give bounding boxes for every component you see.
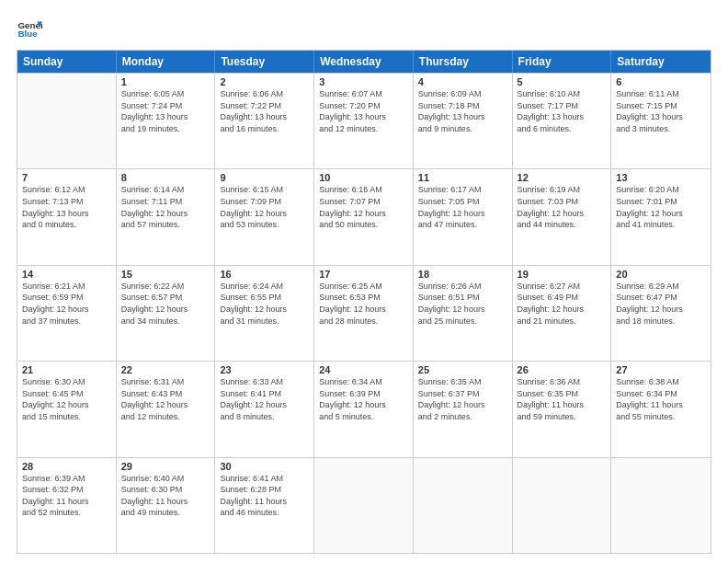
day-cell: 16Sunrise: 6:24 AM Sunset: 6:55 PM Dayli… xyxy=(215,266,314,361)
day-number: 24 xyxy=(319,364,408,375)
day-info: Sunrise: 6:12 AM Sunset: 7:13 PM Dayligh… xyxy=(22,184,111,230)
day-cell: 28Sunrise: 6:39 AM Sunset: 6:32 PM Dayli… xyxy=(17,458,117,553)
day-number: 21 xyxy=(22,364,111,375)
day-number: 30 xyxy=(220,461,309,472)
day-number: 1 xyxy=(121,76,210,87)
day-info: Sunrise: 6:38 AM Sunset: 6:34 PM Dayligh… xyxy=(616,376,706,422)
day-number: 11 xyxy=(418,172,507,183)
logo: General Blue xyxy=(17,17,46,42)
day-info: Sunrise: 6:11 AM Sunset: 7:15 PM Dayligh… xyxy=(616,88,706,134)
day-info: Sunrise: 6:24 AM Sunset: 6:55 PM Dayligh… xyxy=(220,281,309,327)
day-cell: 20Sunrise: 6:29 AM Sunset: 6:47 PM Dayli… xyxy=(611,266,711,361)
day-number: 4 xyxy=(418,76,507,87)
day-info: Sunrise: 6:22 AM Sunset: 6:57 PM Dayligh… xyxy=(121,281,210,327)
week-row-0: 1Sunrise: 6:05 AM Sunset: 7:24 PM Daylig… xyxy=(17,73,711,168)
day-cell: 29Sunrise: 6:40 AM Sunset: 6:30 PM Dayli… xyxy=(117,458,216,553)
day-info: Sunrise: 6:40 AM Sunset: 6:30 PM Dayligh… xyxy=(121,473,210,519)
day-info: Sunrise: 6:33 AM Sunset: 6:41 PM Dayligh… xyxy=(220,376,309,422)
day-info: Sunrise: 6:27 AM Sunset: 6:49 PM Dayligh… xyxy=(518,281,607,327)
header: General Blue xyxy=(17,17,711,42)
day-cell: 18Sunrise: 6:26 AM Sunset: 6:51 PM Dayli… xyxy=(414,266,513,361)
day-cell: 3Sunrise: 6:07 AM Sunset: 7:20 PM Daylig… xyxy=(314,74,414,168)
day-info: Sunrise: 6:09 AM Sunset: 7:18 PM Dayligh… xyxy=(418,88,507,134)
day-cell: 5Sunrise: 6:10 AM Sunset: 7:17 PM Daylig… xyxy=(513,74,612,168)
day-number: 19 xyxy=(518,269,607,280)
day-cell: 17Sunrise: 6:25 AM Sunset: 6:53 PM Dayli… xyxy=(314,266,414,361)
day-cell: 24Sunrise: 6:34 AM Sunset: 6:39 PM Dayli… xyxy=(314,362,414,456)
day-cell xyxy=(513,458,612,553)
day-info: Sunrise: 6:16 AM Sunset: 7:07 PM Dayligh… xyxy=(319,184,408,230)
day-number: 17 xyxy=(319,269,408,280)
day-info: Sunrise: 6:25 AM Sunset: 6:53 PM Dayligh… xyxy=(319,281,408,327)
day-number: 10 xyxy=(319,172,408,183)
day-cell: 30Sunrise: 6:41 AM Sunset: 6:28 PM Dayli… xyxy=(215,458,314,553)
day-number: 12 xyxy=(518,172,607,183)
day-cell: 7Sunrise: 6:12 AM Sunset: 7:13 PM Daylig… xyxy=(17,169,117,264)
day-info: Sunrise: 6:21 AM Sunset: 6:59 PM Dayligh… xyxy=(22,281,111,327)
day-number: 13 xyxy=(616,172,706,183)
header-day-tuesday: Tuesday xyxy=(215,51,314,73)
day-info: Sunrise: 6:17 AM Sunset: 7:05 PM Dayligh… xyxy=(418,184,507,230)
day-cell: 11Sunrise: 6:17 AM Sunset: 7:05 PM Dayli… xyxy=(414,169,513,264)
day-cell: 15Sunrise: 6:22 AM Sunset: 6:57 PM Dayli… xyxy=(117,266,216,361)
header-day-saturday: Saturday xyxy=(611,51,711,73)
day-cell: 12Sunrise: 6:19 AM Sunset: 7:03 PM Dayli… xyxy=(513,169,612,264)
week-row-4: 28Sunrise: 6:39 AM Sunset: 6:32 PM Dayli… xyxy=(17,457,711,553)
day-info: Sunrise: 6:30 AM Sunset: 6:45 PM Dayligh… xyxy=(22,376,111,422)
day-info: Sunrise: 6:06 AM Sunset: 7:22 PM Dayligh… xyxy=(220,88,309,134)
day-cell: 21Sunrise: 6:30 AM Sunset: 6:45 PM Dayli… xyxy=(17,362,117,456)
day-number: 8 xyxy=(121,172,210,183)
logo-icon: General Blue xyxy=(17,17,42,42)
day-number: 6 xyxy=(616,76,706,87)
day-cell: 14Sunrise: 6:21 AM Sunset: 6:59 PM Dayli… xyxy=(17,266,117,361)
day-cell: 2Sunrise: 6:06 AM Sunset: 7:22 PM Daylig… xyxy=(215,74,314,168)
header-day-wednesday: Wednesday xyxy=(314,51,414,73)
day-cell: 10Sunrise: 6:16 AM Sunset: 7:07 PM Dayli… xyxy=(314,169,414,264)
day-cell: 6Sunrise: 6:11 AM Sunset: 7:15 PM Daylig… xyxy=(611,74,711,168)
day-info: Sunrise: 6:05 AM Sunset: 7:24 PM Dayligh… xyxy=(121,88,210,134)
day-cell xyxy=(414,458,513,553)
day-cell: 9Sunrise: 6:15 AM Sunset: 7:09 PM Daylig… xyxy=(215,169,314,264)
day-cell: 22Sunrise: 6:31 AM Sunset: 6:43 PM Dayli… xyxy=(117,362,216,456)
week-row-3: 21Sunrise: 6:30 AM Sunset: 6:45 PM Dayli… xyxy=(17,361,711,456)
day-number: 2 xyxy=(220,76,309,87)
header-day-monday: Monday xyxy=(117,51,216,73)
week-row-2: 14Sunrise: 6:21 AM Sunset: 6:59 PM Dayli… xyxy=(17,265,711,361)
day-number: 15 xyxy=(121,269,210,280)
day-info: Sunrise: 6:34 AM Sunset: 6:39 PM Dayligh… xyxy=(319,376,408,422)
header-day-sunday: Sunday xyxy=(17,51,117,73)
week-row-1: 7Sunrise: 6:12 AM Sunset: 7:13 PM Daylig… xyxy=(17,168,711,264)
day-cell: 26Sunrise: 6:36 AM Sunset: 6:35 PM Dayli… xyxy=(513,362,612,456)
calendar: SundayMondayTuesdayWednesdayThursdayFrid… xyxy=(17,50,711,554)
day-info: Sunrise: 6:07 AM Sunset: 7:20 PM Dayligh… xyxy=(319,88,408,134)
day-cell xyxy=(17,74,117,168)
day-number: 29 xyxy=(121,461,210,472)
day-number: 25 xyxy=(418,364,507,375)
day-cell xyxy=(314,458,414,553)
day-info: Sunrise: 6:41 AM Sunset: 6:28 PM Dayligh… xyxy=(220,473,309,519)
day-info: Sunrise: 6:10 AM Sunset: 7:17 PM Dayligh… xyxy=(518,88,607,134)
day-number: 26 xyxy=(518,364,607,375)
day-number: 28 xyxy=(22,461,111,472)
day-info: Sunrise: 6:20 AM Sunset: 7:01 PM Dayligh… xyxy=(616,184,706,230)
day-info: Sunrise: 6:15 AM Sunset: 7:09 PM Dayligh… xyxy=(220,184,309,230)
svg-text:Blue: Blue xyxy=(17,29,38,39)
day-cell: 23Sunrise: 6:33 AM Sunset: 6:41 PM Dayli… xyxy=(215,362,314,456)
day-number: 20 xyxy=(616,269,706,280)
day-number: 3 xyxy=(319,76,408,87)
day-cell: 27Sunrise: 6:38 AM Sunset: 6:34 PM Dayli… xyxy=(611,362,711,456)
header-day-friday: Friday xyxy=(513,51,612,73)
day-cell: 13Sunrise: 6:20 AM Sunset: 7:01 PM Dayli… xyxy=(611,169,711,264)
day-info: Sunrise: 6:19 AM Sunset: 7:03 PM Dayligh… xyxy=(518,184,607,230)
day-number: 27 xyxy=(616,364,706,375)
day-cell xyxy=(611,458,711,553)
day-number: 14 xyxy=(22,269,111,280)
day-cell: 1Sunrise: 6:05 AM Sunset: 7:24 PM Daylig… xyxy=(117,74,216,168)
day-info: Sunrise: 6:36 AM Sunset: 6:35 PM Dayligh… xyxy=(518,376,607,422)
day-number: 7 xyxy=(22,172,111,183)
day-info: Sunrise: 6:31 AM Sunset: 6:43 PM Dayligh… xyxy=(121,376,210,422)
day-cell: 4Sunrise: 6:09 AM Sunset: 7:18 PM Daylig… xyxy=(414,74,513,168)
day-cell: 8Sunrise: 6:14 AM Sunset: 7:11 PM Daylig… xyxy=(117,169,216,264)
day-info: Sunrise: 6:35 AM Sunset: 6:37 PM Dayligh… xyxy=(418,376,507,422)
day-cell: 25Sunrise: 6:35 AM Sunset: 6:37 PM Dayli… xyxy=(414,362,513,456)
